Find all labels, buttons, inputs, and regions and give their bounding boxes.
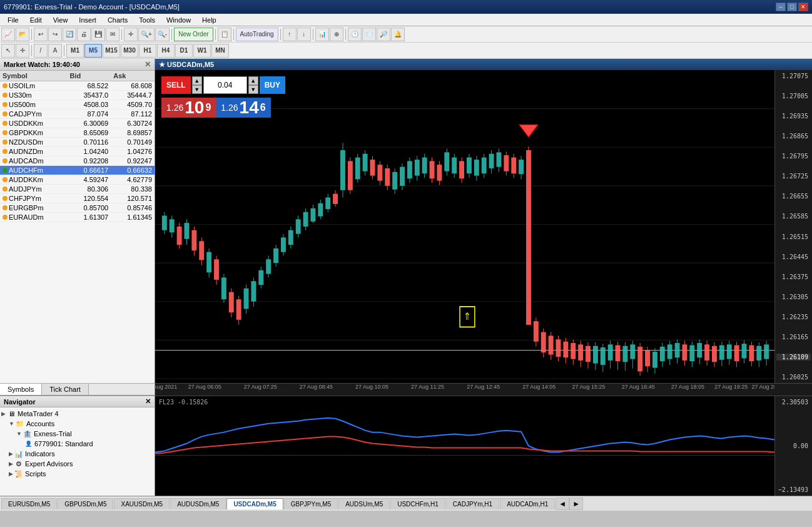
tab-usdcadm5[interactable]: USDCADm,M5 (226, 498, 283, 509)
open-btn[interactable]: 📂 (16, 28, 29, 41)
tf-h4[interactable]: H4 (157, 44, 175, 58)
notification-btn[interactable]: 🔔 (391, 28, 405, 41)
market-watch-row-us500m[interactable]: US500m 4508.03 4509.70 (0, 100, 155, 110)
main-chart[interactable]: SELL ▲ ▼ ▲ ▼ BUY 1 (155, 70, 812, 383)
crosshair2-btn[interactable]: ✛ (16, 44, 29, 58)
tab-scroll-left[interactable]: ► (569, 498, 583, 510)
price-up-arrow2[interactable]: ▲ (248, 76, 258, 85)
market-watch-row-gbpdkkm[interactable]: GBPDKKm 8.65069 8.69857 (0, 128, 155, 138)
tf-mn[interactable]: MN (211, 44, 229, 58)
indicator-btn[interactable]: 📊 (315, 28, 329, 41)
back-btn[interactable]: ↩ (34, 28, 48, 41)
menu-edit[interactable]: Edit (25, 15, 47, 25)
tf-d1[interactable]: D1 (175, 44, 193, 58)
sep3 (171, 29, 172, 40)
tf-m5[interactable]: M5 (84, 44, 102, 58)
mail2-btn[interactable]: 📨 (362, 28, 376, 41)
maximize-button[interactable]: □ (787, 3, 797, 11)
nav-indicators[interactable]: ▶ 📊 Indicators (1, 449, 153, 459)
history-btn[interactable]: 📋 (218, 28, 231, 41)
nav-scripts[interactable]: ▶ 📜 Scripts (1, 469, 153, 479)
new-order-btn[interactable]: New Order (174, 28, 213, 41)
market-watch-row-audjpym[interactable]: AUDJPYm 80.306 80.338 (0, 185, 155, 194)
svg-rect-17 (185, 223, 190, 239)
nav-experts[interactable]: ▶ ⚙ Expert Advisors (1, 459, 153, 469)
clock-btn[interactable]: 🕐 (348, 28, 362, 41)
tab-symbols[interactable]: Symbols (0, 384, 42, 395)
market-watch-close[interactable]: ✕ (145, 60, 151, 69)
nav-exness-trial[interactable]: ▼ 🏦 Exness-Trial (1, 429, 153, 439)
price-down-arrow2[interactable]: ▼ (248, 85, 258, 94)
market-watch-row-auddkkm[interactable]: AUDDKKm 4.59247 4.62779 (0, 175, 155, 185)
price-down-arrow[interactable]: ▼ (192, 85, 202, 94)
tab-scroll-right[interactable]: ◄ (556, 498, 569, 510)
line-btn[interactable]: / (34, 44, 48, 58)
zoom-in-btn[interactable]: 🔍+ (138, 28, 155, 41)
minimize-button[interactable]: – (776, 3, 786, 11)
tab-audcadh1[interactable]: AUDCADm,H1 (500, 498, 555, 509)
tf-m1[interactable]: M1 (66, 44, 84, 58)
tab-gbpjpym5[interactable]: GBPJPYm,M5 (284, 498, 338, 509)
print-btn[interactable]: 🖨 (77, 28, 91, 41)
nav-accounts[interactable]: ▼ 📁 Accounts (1, 419, 153, 429)
refresh-btn[interactable]: 🔄 (63, 28, 76, 41)
cursor-btn[interactable]: ↖ (1, 44, 15, 58)
tab-cadjpyh1[interactable]: CADJPYm,H1 (446, 498, 499, 509)
nav-account-item[interactable]: 👤 6779901: Standard (1, 439, 153, 449)
search-btn[interactable]: 🔎 (377, 28, 390, 41)
svg-rect-83 (430, 161, 435, 178)
tf-m30[interactable]: M30 (121, 44, 138, 58)
lot-input[interactable] (203, 76, 247, 94)
market-watch-row-euraudm[interactable]: EURAUDm 1.61307 1.61345 (0, 213, 155, 222)
tab-xauusdm5[interactable]: XAUUSDm,M5 (114, 498, 170, 509)
market-watch-row-chfjpym[interactable]: CHFJPYm 120.554 120.571 (0, 194, 155, 203)
zoom-out-btn[interactable]: 🔍- (155, 28, 170, 41)
tf-m15[interactable]: M15 (103, 44, 120, 58)
time-5: 27 Aug 10:05 (355, 384, 388, 390)
nav-metatrader[interactable]: ▶ 🖥 MetaTrader 4 (1, 409, 153, 419)
mail-btn[interactable]: ✉ (106, 28, 119, 41)
svg-rect-115 (549, 335, 554, 354)
market-watch-row-audchfm[interactable]: AUDCHFm 0.66617 0.66632 (0, 166, 155, 175)
market-watch-row-audcadm[interactable]: AUDCADm 0.92208 0.92247 (0, 156, 155, 166)
tab-gbpusdm5[interactable]: GBPUSDm,M5 (58, 498, 113, 509)
menu-tools[interactable]: Tools (134, 15, 160, 25)
indicator-chart[interactable]: FL23 -0.15826 2.30503 0.00 −2.13493 (155, 396, 812, 496)
tf-w1[interactable]: W1 (193, 44, 211, 58)
tab-audusdm5[interactable]: AUDUSDm,M5 (170, 498, 226, 509)
tf-h1[interactable]: H1 (139, 44, 156, 58)
autotrading-btn[interactable]: AutoTrading (236, 28, 278, 41)
buy-button[interactable]: BUY (260, 76, 285, 94)
sell-button[interactable]: SELL (161, 76, 191, 94)
menu-window[interactable]: Window (161, 15, 196, 25)
market-watch-row-usoilm[interactable]: USOILm 68.522 68.608 (0, 81, 155, 91)
tab-audsdm5[interactable]: AUDSUm,M5 (338, 498, 390, 509)
text-btn[interactable]: A (48, 44, 62, 58)
menu-insert[interactable]: Insert (74, 15, 101, 25)
menu-view[interactable]: View (48, 15, 73, 25)
market-watch-scroll[interactable]: Symbol Bid Ask USOILm 68.522 68.608 US30… (0, 71, 155, 383)
menu-help[interactable]: Help (197, 15, 221, 25)
crosshair-btn[interactable]: ✛ (124, 28, 138, 41)
market-watch-row-audnzdm[interactable]: AUDNZDm 1.04240 1.04276 (0, 147, 155, 156)
market-watch-row-eurgbpm[interactable]: EURGBPm 0.85700 0.85746 (0, 203, 155, 213)
forward-btn[interactable]: ↪ (48, 28, 62, 41)
svg-rect-101 (496, 152, 501, 166)
save-btn[interactable]: 💾 (91, 28, 105, 41)
tab-tick-chart[interactable]: Tick Chart (42, 384, 89, 395)
market-watch-row-nzdusdm[interactable]: NZDUSDm 0.70116 0.70149 (0, 138, 155, 147)
close-button[interactable]: ✕ (798, 3, 808, 11)
template-btn[interactable]: ⊕ (330, 28, 343, 41)
market-watch-row-cadjpym[interactable]: CADJPYm 87.074 87.112 (0, 110, 155, 119)
price-up-arrow[interactable]: ▲ (192, 76, 202, 85)
new-chart-btn[interactable]: 📈 (1, 28, 15, 41)
menu-file[interactable]: File (3, 15, 24, 25)
market-watch-row-usddkkm[interactable]: USDDKKm 6.30069 6.30724 (0, 119, 155, 128)
tab-eurusdm5[interactable]: EURUSDm,M5 (1, 498, 57, 509)
chart-down-btn[interactable]: ↓ (297, 28, 311, 41)
market-watch-row-us30m[interactable]: US30m 35437.0 35444.7 (0, 91, 155, 100)
chart-up-btn[interactable]: ↑ (283, 28, 297, 41)
menu-charts[interactable]: Charts (103, 15, 133, 25)
navigator-close[interactable]: ✕ (145, 397, 151, 406)
tab-usdchfh1[interactable]: USDCHFm,H1 (390, 498, 445, 509)
